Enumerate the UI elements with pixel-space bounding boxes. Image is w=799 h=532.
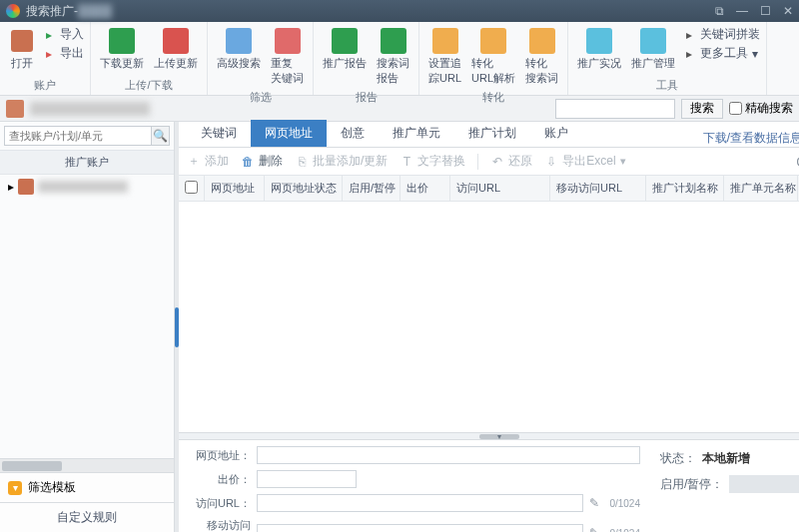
detail-url-label: 网页地址： (189, 448, 251, 463)
promo-live-button[interactable]: 推广实况 (574, 26, 624, 73)
minimize-icon[interactable]: — (736, 4, 748, 18)
detail-panel: 网页地址： 出价： 访问URL：✎0/1024 移动访问URL：✎0/1024 … (179, 440, 799, 532)
track-url-icon (432, 28, 458, 54)
group-label: 账户 (34, 76, 56, 95)
tree-header: 推广账户 (0, 151, 174, 175)
export-button[interactable]: ▸导出 (42, 45, 84, 62)
conv-keyword-icon (529, 28, 555, 54)
upload-update-icon (163, 28, 189, 54)
detail-mvisit-label: 移动访问URL： (189, 518, 251, 532)
select-all-checkbox[interactable] (179, 176, 205, 201)
promo-live-icon (586, 28, 612, 54)
group-label: 报告 (356, 88, 378, 107)
custom-rule-button[interactable]: 自定义规则 (0, 502, 174, 532)
tree-search-input[interactable] (4, 126, 152, 146)
open-icon (9, 28, 35, 54)
precise-search-checkbox[interactable]: 精确搜索 (729, 100, 793, 117)
avatar-icon (18, 179, 34, 195)
global-search-input[interactable] (555, 99, 675, 119)
trash-icon: 🗑 (241, 155, 255, 169)
window-title: 搜索推广-████ (26, 3, 715, 20)
col-mvisit[interactable]: 移动访问URL (550, 176, 646, 201)
upload-update-button[interactable]: 上传更新 (151, 26, 201, 73)
status-value: 本地新增 (702, 450, 750, 467)
avatar-icon (6, 100, 24, 118)
keyword-combine-icon: ▸ (682, 30, 696, 40)
more-tools-icon: ▸ (682, 49, 696, 59)
adv-search-button[interactable]: 高级搜索 (214, 26, 264, 73)
group-label: 筛选 (250, 88, 272, 107)
download-update-icon (109, 28, 135, 54)
track-url-button[interactable]: 设置追 踪URL (425, 26, 464, 88)
col-visit[interactable]: 访问URL (450, 176, 550, 201)
tab-4[interactable]: 推广计划 (454, 120, 530, 147)
keyword-report-icon (381, 28, 406, 54)
adv-search-icon (226, 28, 252, 54)
enable-toggle[interactable] (729, 475, 799, 493)
tree-account-item[interactable]: ▸ (0, 175, 174, 199)
download-update-button[interactable]: 下载更新 (97, 26, 147, 73)
titlebar: 搜索推广-████ ⧉ — ☐ ✕ (0, 0, 799, 22)
restore-button[interactable]: ↶还原 (490, 153, 532, 170)
maximize-icon[interactable]: ☐ (760, 4, 771, 18)
batch-button[interactable]: ⎘批量添加/更新 (295, 153, 388, 170)
edit-icon[interactable]: ✎ (589, 496, 603, 510)
undo-icon: ↶ (490, 155, 504, 169)
col-url[interactable]: 网页地址 (205, 176, 265, 201)
delete-button[interactable]: 🗑删除 (241, 153, 283, 170)
detach-icon[interactable]: ⧉ (715, 4, 724, 18)
export-button[interactable]: ⇩导出Excel ▾ (544, 153, 625, 170)
promo-report-button[interactable]: 推广报告 (320, 26, 370, 73)
left-hscrollbar[interactable] (0, 458, 174, 472)
detail-bid-label: 出价： (189, 472, 251, 487)
open-button[interactable]: 打开 (6, 26, 38, 73)
dup-keyword-button[interactable]: 重复 关键词 (268, 26, 307, 88)
grid-header: 网页地址网页地址状态启用/暂停出价访问URL移动访问URL推广计划名称推广单元名… (179, 176, 799, 202)
col-status[interactable]: 网页地址状态 (265, 176, 343, 201)
tab-0[interactable]: 关键词 (187, 120, 251, 147)
account-name-blurred (30, 102, 150, 116)
promo-manage-icon (640, 28, 666, 54)
more-tools-button[interactable]: ▸更多工具 ▾ (682, 45, 760, 62)
tree-search-go-icon[interactable]: 🔍 (152, 126, 170, 146)
char-limit: 0/1024 (609, 528, 640, 533)
col-unit[interactable]: 推广单元名称 (724, 176, 798, 201)
col-plan[interactable]: 推广计划名称 (646, 176, 724, 201)
tab-3[interactable]: 推广单元 (379, 120, 454, 147)
conv-keyword-button[interactable]: 转化 搜索词 (522, 26, 561, 88)
detail-visit-input[interactable] (257, 494, 583, 512)
left-panel: 🔍 推广账户 ▸ ▾ 筛选模板 自定义规则 (0, 122, 175, 532)
search-button[interactable]: 搜索 (681, 99, 723, 119)
filter-template-accordion[interactable]: ▾ 筛选模板 (0, 472, 174, 502)
horizontal-splitter[interactable]: ▾ (179, 432, 799, 440)
group-label: 上传/下载 (125, 76, 172, 95)
col-enable[interactable]: 启用/暂停 (343, 176, 400, 201)
import-button[interactable]: ▸导入 (42, 26, 84, 43)
edit-icon[interactable]: ✎ (589, 526, 603, 532)
batch-icon: ⎘ (295, 155, 309, 169)
promo-report-icon (332, 28, 358, 54)
col-bid[interactable]: 出价 (400, 176, 450, 201)
dup-keyword-icon (275, 28, 301, 54)
import-icon: ▸ (42, 30, 56, 40)
close-icon[interactable]: ✕ (783, 4, 793, 18)
detail-visit-label: 访问URL： (189, 496, 251, 511)
add-button[interactable]: ＋添加 (187, 153, 229, 170)
url-parse-button[interactable]: 转化 URL解析 (468, 26, 518, 88)
keyword-report-button[interactable]: 搜索词 报告 (374, 26, 412, 88)
promo-manage-button[interactable]: 推广管理 (628, 26, 678, 73)
toolbar: ＋添加 🗑删除 ⎘批量添加/更新 T文字替换 ↶还原 ⇩导出Excel ▾ 0/… (179, 148, 799, 176)
tab-2[interactable]: 创意 (327, 120, 379, 147)
group-label: 工具 (656, 76, 678, 95)
replace-button[interactable]: T文字替换 (400, 153, 465, 170)
detail-url-input[interactable] (257, 446, 640, 464)
export-icon: ▸ (42, 49, 56, 59)
detail-bid-input[interactable] (257, 470, 357, 488)
tab-1[interactable]: 网页地址 (251, 120, 327, 147)
replace-icon: T (400, 155, 413, 169)
tab-5[interactable]: 账户 (530, 120, 582, 147)
download-data-link[interactable]: 下载/查看数据信息 ▾ (703, 130, 799, 147)
detail-mvisit-input[interactable] (257, 524, 583, 532)
keyword-combine-button[interactable]: ▸关键词拼装 (682, 26, 760, 43)
enable-label: 启用/暂停： (660, 476, 723, 493)
